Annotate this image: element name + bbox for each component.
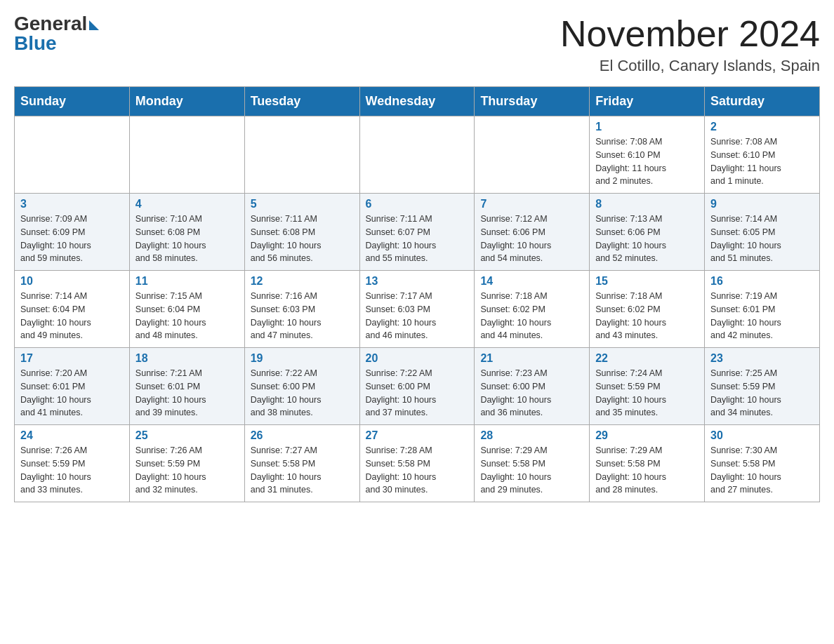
calendar-cell: 20Sunrise: 7:22 AMSunset: 6:00 PMDayligh… (359, 348, 475, 425)
day-number: 1 (595, 121, 699, 133)
day-info: Sunrise: 7:28 AMSunset: 5:58 PMDaylight:… (366, 444, 469, 497)
day-info: Sunrise: 7:26 AMSunset: 5:59 PMDaylight:… (135, 444, 239, 497)
day-number: 2 (710, 121, 814, 133)
day-info: Sunrise: 7:12 AMSunset: 6:06 PMDaylight:… (480, 213, 583, 265)
calendar-cell: 21Sunrise: 7:23 AMSunset: 6:00 PMDayligh… (475, 348, 590, 425)
month-title: November 2024 (560, 14, 820, 54)
day-number: 26 (251, 429, 354, 442)
calendar-cell: 30Sunrise: 7:30 AMSunset: 5:58 PMDayligh… (705, 425, 820, 502)
day-info: Sunrise: 7:14 AMSunset: 6:05 PMDaylight:… (710, 213, 814, 265)
calendar-cell: 25Sunrise: 7:26 AMSunset: 5:59 PMDayligh… (129, 425, 244, 502)
day-number: 17 (20, 352, 124, 365)
page-header: General Blue November 2024 El Cotillo, C… (14, 14, 820, 75)
calendar-cell: 8Sunrise: 7:13 AMSunset: 6:06 PMDaylight… (590, 194, 705, 271)
day-number: 28 (480, 429, 583, 442)
logo: General Blue (14, 14, 99, 53)
calendar-cell: 7Sunrise: 7:12 AMSunset: 6:06 PMDaylight… (475, 194, 590, 271)
weekday-header-sunday: Sunday (15, 87, 130, 116)
day-info: Sunrise: 7:21 AMSunset: 6:01 PMDaylight:… (135, 367, 239, 420)
calendar-week-row: 10Sunrise: 7:14 AMSunset: 6:04 PMDayligh… (15, 271, 820, 348)
day-info: Sunrise: 7:27 AMSunset: 5:58 PMDaylight:… (251, 444, 354, 497)
calendar-cell: 9Sunrise: 7:14 AMSunset: 6:05 PMDaylight… (705, 194, 820, 271)
day-info: Sunrise: 7:29 AMSunset: 5:58 PMDaylight:… (595, 444, 699, 497)
calendar-cell (15, 116, 130, 194)
calendar-cell (475, 116, 590, 194)
calendar-cell: 24Sunrise: 7:26 AMSunset: 5:59 PMDayligh… (15, 425, 130, 502)
day-number: 10 (20, 275, 124, 288)
day-number: 9 (710, 198, 814, 210)
calendar-cell: 16Sunrise: 7:19 AMSunset: 6:01 PMDayligh… (705, 271, 820, 348)
location-text: El Cotillo, Canary Islands, Spain (560, 57, 820, 75)
calendar-cell: 14Sunrise: 7:18 AMSunset: 6:02 PMDayligh… (475, 271, 590, 348)
calendar-cell: 23Sunrise: 7:25 AMSunset: 5:59 PMDayligh… (705, 348, 820, 425)
day-info: Sunrise: 7:19 AMSunset: 6:01 PMDaylight:… (710, 290, 814, 342)
calendar-week-row: 1Sunrise: 7:08 AMSunset: 6:10 PMDaylight… (15, 116, 820, 194)
day-number: 18 (135, 352, 239, 365)
day-number: 22 (595, 352, 699, 365)
calendar-cell: 26Sunrise: 7:27 AMSunset: 5:58 PMDayligh… (244, 425, 359, 502)
calendar-cell: 29Sunrise: 7:29 AMSunset: 5:58 PMDayligh… (590, 425, 705, 502)
day-info: Sunrise: 7:22 AMSunset: 6:00 PMDaylight:… (366, 367, 469, 420)
weekday-header-tuesday: Tuesday (244, 87, 359, 116)
day-number: 8 (595, 198, 699, 210)
weekday-header-saturday: Saturday (705, 87, 820, 116)
day-info: Sunrise: 7:22 AMSunset: 6:00 PMDaylight:… (251, 367, 354, 420)
calendar-week-row: 3Sunrise: 7:09 AMSunset: 6:09 PMDaylight… (15, 194, 820, 271)
day-number: 14 (480, 275, 583, 288)
day-number: 3 (20, 198, 124, 210)
calendar-cell: 28Sunrise: 7:29 AMSunset: 5:58 PMDayligh… (475, 425, 590, 502)
calendar-cell (129, 116, 244, 194)
day-info: Sunrise: 7:11 AMSunset: 6:07 PMDaylight:… (366, 213, 469, 265)
calendar-cell: 4Sunrise: 7:10 AMSunset: 6:08 PMDaylight… (129, 194, 244, 271)
day-info: Sunrise: 7:13 AMSunset: 6:06 PMDaylight:… (595, 213, 699, 265)
day-info: Sunrise: 7:25 AMSunset: 5:59 PMDaylight:… (710, 367, 814, 420)
day-number: 24 (20, 429, 124, 442)
day-number: 23 (710, 352, 814, 365)
day-info: Sunrise: 7:10 AMSunset: 6:08 PMDaylight:… (135, 213, 239, 265)
weekday-header-thursday: Thursday (475, 87, 590, 116)
calendar-week-row: 24Sunrise: 7:26 AMSunset: 5:59 PMDayligh… (15, 425, 820, 502)
day-info: Sunrise: 7:20 AMSunset: 6:01 PMDaylight:… (20, 367, 124, 420)
day-info: Sunrise: 7:08 AMSunset: 6:10 PMDaylight:… (595, 135, 699, 188)
day-info: Sunrise: 7:29 AMSunset: 5:58 PMDaylight:… (480, 444, 583, 497)
day-number: 19 (251, 352, 354, 365)
calendar-cell: 5Sunrise: 7:11 AMSunset: 6:08 PMDaylight… (244, 194, 359, 271)
calendar-cell: 11Sunrise: 7:15 AMSunset: 6:04 PMDayligh… (129, 271, 244, 348)
calendar-cell: 12Sunrise: 7:16 AMSunset: 6:03 PMDayligh… (244, 271, 359, 348)
calendar-cell: 2Sunrise: 7:08 AMSunset: 6:10 PMDaylight… (705, 116, 820, 194)
calendar-cell: 3Sunrise: 7:09 AMSunset: 6:09 PMDaylight… (15, 194, 130, 271)
weekday-header-friday: Friday (590, 87, 705, 116)
title-block: November 2024 El Cotillo, Canary Islands… (560, 14, 820, 75)
calendar-cell (244, 116, 359, 194)
day-info: Sunrise: 7:15 AMSunset: 6:04 PMDaylight:… (135, 290, 239, 342)
day-number: 6 (366, 198, 469, 210)
logo-blue-text: Blue (14, 34, 57, 53)
calendar-cell: 17Sunrise: 7:20 AMSunset: 6:01 PMDayligh… (15, 348, 130, 425)
day-number: 13 (366, 275, 469, 288)
calendar-cell: 27Sunrise: 7:28 AMSunset: 5:58 PMDayligh… (359, 425, 475, 502)
day-number: 5 (251, 198, 354, 210)
day-number: 25 (135, 429, 239, 442)
calendar-cell (359, 116, 475, 194)
day-number: 4 (135, 198, 239, 210)
day-number: 16 (710, 275, 814, 288)
logo-general-text: General (14, 14, 87, 34)
day-info: Sunrise: 7:08 AMSunset: 6:10 PMDaylight:… (710, 135, 814, 188)
day-number: 30 (710, 429, 814, 442)
day-number: 20 (366, 352, 469, 365)
day-info: Sunrise: 7:23 AMSunset: 6:00 PMDaylight:… (480, 367, 583, 420)
day-info: Sunrise: 7:17 AMSunset: 6:03 PMDaylight:… (366, 290, 469, 342)
calendar-table: SundayMondayTuesdayWednesdayThursdayFrid… (14, 86, 820, 502)
weekday-header-wednesday: Wednesday (359, 87, 475, 116)
day-info: Sunrise: 7:11 AMSunset: 6:08 PMDaylight:… (251, 213, 354, 265)
calendar-cell: 6Sunrise: 7:11 AMSunset: 6:07 PMDaylight… (359, 194, 475, 271)
day-number: 27 (366, 429, 469, 442)
day-number: 15 (595, 275, 699, 288)
day-info: Sunrise: 7:16 AMSunset: 6:03 PMDaylight:… (251, 290, 354, 342)
logo-triangle-icon (89, 20, 99, 30)
day-info: Sunrise: 7:30 AMSunset: 5:58 PMDaylight:… (710, 444, 814, 497)
calendar-cell: 22Sunrise: 7:24 AMSunset: 5:59 PMDayligh… (590, 348, 705, 425)
calendar-cell: 1Sunrise: 7:08 AMSunset: 6:10 PMDaylight… (590, 116, 705, 194)
day-info: Sunrise: 7:18 AMSunset: 6:02 PMDaylight:… (595, 290, 699, 342)
day-info: Sunrise: 7:09 AMSunset: 6:09 PMDaylight:… (20, 213, 124, 265)
